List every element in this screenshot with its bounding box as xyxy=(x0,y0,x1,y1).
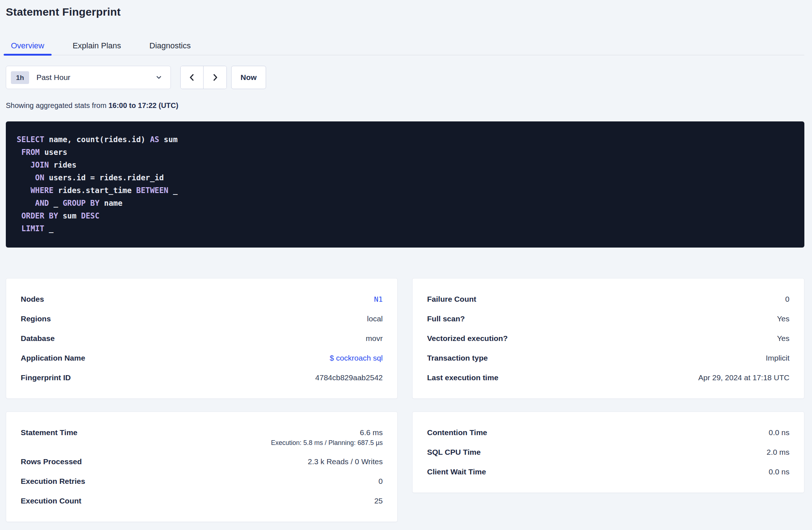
stat-value-group: Implicit xyxy=(766,348,789,368)
stat-value: 0 xyxy=(378,471,383,491)
stat-value-group: Apr 29, 2024 at 17:18 UTC xyxy=(698,368,789,388)
stat-row: Rows Processed2.3 k Reads / 0 Writes xyxy=(21,452,383,471)
stat-row: NodesN1 xyxy=(21,289,383,309)
stat-label: Nodes xyxy=(21,289,44,309)
execution-attributes-card: Failure Count0Full scan?YesVectorized ex… xyxy=(412,278,804,399)
tab-overview[interactable]: Overview xyxy=(4,36,52,55)
now-button[interactable]: Now xyxy=(231,66,266,89)
stat-value-group: 2.3 k Reads / 0 Writes xyxy=(308,452,383,471)
sql-keyword: WHERE xyxy=(31,186,53,195)
sql-keyword: ON xyxy=(35,173,44,182)
stat-label: SQL CPU Time xyxy=(427,442,481,462)
sql-keyword: AND xyxy=(35,199,49,208)
stat-value-group: 2.0 ms xyxy=(767,442,789,462)
stat-subvalue: Execution: 5.8 ms / Planning: 687.5 µs xyxy=(271,438,383,452)
sql-text xyxy=(86,199,91,208)
stat-row: Full scan?Yes xyxy=(427,309,789,329)
stat-link[interactable]: N1 xyxy=(374,289,383,309)
sql-text: sum xyxy=(58,212,81,220)
stat-row: Failure Count0 xyxy=(427,289,789,309)
sql-text: name xyxy=(100,199,122,208)
stat-label: Execution Retries xyxy=(21,471,85,491)
stat-link[interactable]: $ cockroach sql xyxy=(330,348,383,368)
sql-text xyxy=(17,173,35,182)
chevron-left-icon xyxy=(188,73,196,82)
stat-value-group: N1 xyxy=(374,289,383,309)
stat-value: 25 xyxy=(374,491,383,511)
stat-value: 4784cb829aab2542 xyxy=(315,368,383,388)
stat-value-group: 6.6 msExecution: 5.8 ms / Planning: 687.… xyxy=(271,423,383,452)
wait-time-card: Contention Time0.0 nsSQL CPU Time2.0 msC… xyxy=(412,411,804,493)
stat-row: Transaction typeImplicit xyxy=(427,348,789,368)
stat-label: Execution Count xyxy=(21,491,81,511)
sql-keyword: BETWEEN xyxy=(136,186,169,195)
stat-value: 0.0 ns xyxy=(769,462,789,482)
tab-bar: OverviewExplain PlansDiagnostics xyxy=(4,36,804,55)
stat-value: movr xyxy=(366,329,383,348)
stat-label: Fingerprint ID xyxy=(21,368,71,388)
tab-label: Explain Plans xyxy=(73,41,121,51)
stat-value: 2.3 k Reads / 0 Writes xyxy=(308,452,383,471)
sql-keyword: FROM xyxy=(21,148,40,157)
stat-row: Client Wait Time0.0 ns xyxy=(427,462,789,482)
sql-text: _ xyxy=(44,224,53,233)
stat-value: Apr 29, 2024 at 17:18 UTC xyxy=(698,368,789,388)
sql-keyword: BY xyxy=(49,212,58,220)
time-controls: 1h Past Hour Now xyxy=(6,66,804,89)
stat-value-group: 25 xyxy=(374,491,383,511)
stat-label: Vectorized execution? xyxy=(427,329,508,348)
interval-pager xyxy=(180,66,227,89)
sql-text: _ xyxy=(168,186,177,195)
stat-value: 0 xyxy=(785,289,789,309)
tab-diagnostics[interactable]: Diagnostics xyxy=(142,36,198,55)
sql-keyword: LIMIT xyxy=(21,224,44,233)
sql-text: sum xyxy=(159,135,178,144)
page-title: Statement Fingerprint xyxy=(6,5,804,19)
stat-value-group: 4784cb829aab2542 xyxy=(315,368,383,388)
stat-label: Rows Processed xyxy=(21,452,82,471)
stat-value: Implicit xyxy=(766,348,789,368)
stat-value: local xyxy=(367,309,383,329)
active-tab-underline xyxy=(4,54,52,56)
sql-text: users.id = rides.rider_id xyxy=(44,173,164,182)
stat-row: Regionslocal xyxy=(21,309,383,329)
statement-details-card: NodesN1RegionslocalDatabasemovrApplicati… xyxy=(6,278,398,399)
time-range-dropdown[interactable]: 1h Past Hour xyxy=(6,66,171,89)
stat-row: Execution Count25 xyxy=(21,491,383,511)
stat-value: 0.0 ns xyxy=(769,423,789,442)
stat-label: Contention Time xyxy=(427,423,487,442)
stat-value: 2.0 ms xyxy=(767,442,789,462)
stat-label: Regions xyxy=(21,309,51,329)
stat-row: Last execution timeApr 29, 2024 at 17:18… xyxy=(427,368,789,388)
stats-caption: Showing aggregated stats from 16:00 to 1… xyxy=(6,101,804,110)
prev-interval-button[interactable] xyxy=(181,66,204,89)
stat-label: Client Wait Time xyxy=(427,462,486,482)
stat-value: Yes xyxy=(777,309,789,329)
chevron-down-icon xyxy=(155,74,162,81)
stat-label: Statement Time xyxy=(21,423,77,442)
sql-keyword: GROUP xyxy=(63,199,85,208)
sql-text xyxy=(44,212,49,220)
next-interval-button[interactable] xyxy=(204,66,226,89)
stat-row: Statement Time6.6 msExecution: 5.8 ms / … xyxy=(21,423,383,452)
chevron-right-icon xyxy=(211,73,220,82)
tab-label: Overview xyxy=(11,41,44,51)
stat-value-group: 0 xyxy=(378,471,383,491)
sql-keyword: BY xyxy=(90,199,99,208)
sql-text: _ xyxy=(49,199,63,208)
stat-value-group: Yes xyxy=(777,329,789,348)
statement-time-card: Statement Time6.6 msExecution: 5.8 ms / … xyxy=(6,411,398,522)
stat-value-group: 0.0 ns xyxy=(769,423,789,442)
sql-keyword: AS xyxy=(150,135,159,144)
stat-row: Vectorized execution?Yes xyxy=(427,329,789,348)
stat-row: Application Name$ cockroach sql xyxy=(21,348,383,368)
stat-label: Transaction type xyxy=(427,348,488,368)
stat-value-group: movr xyxy=(366,329,383,348)
sql-text xyxy=(17,212,21,220)
tab-label: Diagnostics xyxy=(149,41,191,51)
time-range-label: Past Hour xyxy=(36,73,155,82)
stats-caption-prefix: Showing aggregated stats from xyxy=(6,101,108,109)
tab-explain-plans[interactable]: Explain Plans xyxy=(65,36,128,55)
stat-label: Full scan? xyxy=(427,309,465,329)
sql-keyword: ORDER xyxy=(21,212,44,220)
